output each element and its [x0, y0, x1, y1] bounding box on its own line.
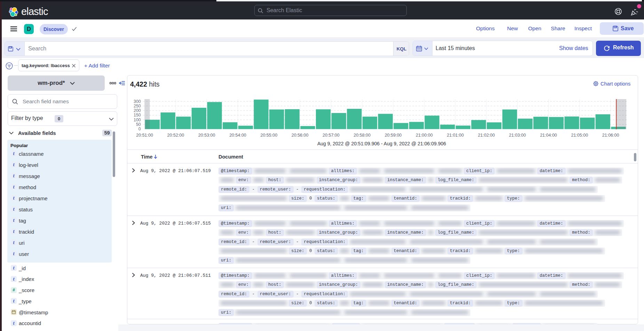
svg-text:21:03:00: 21:03:00 [509, 133, 526, 138]
svg-text:20:56:00: 20:56:00 [292, 133, 309, 138]
svg-text:21:06:00: 21:06:00 [602, 133, 619, 138]
svg-text:200: 200 [134, 108, 141, 113]
svg-text:20:58:00: 20:58:00 [353, 133, 371, 138]
svg-text:300: 300 [134, 99, 141, 104]
svg-text:21:01:00: 21:01:00 [447, 133, 464, 138]
svg-text:20:52:00: 20:52:00 [167, 133, 184, 138]
svg-text:150: 150 [134, 113, 141, 118]
svg-text:20:51:00: 20:51:00 [136, 133, 153, 138]
svg-text:21:04:00: 21:04:00 [540, 133, 557, 138]
svg-text:250: 250 [134, 104, 141, 108]
svg-text:Aug 9, 2022 @ 20:51:09.906 - A: Aug 9, 2022 @ 20:51:09.906 - Aug 9, 2022… [317, 141, 446, 146]
svg-text:20:53:00: 20:53:00 [198, 133, 215, 138]
svg-text:50: 50 [136, 122, 141, 127]
svg-text:0: 0 [138, 127, 141, 131]
svg-text:21:02:00: 21:02:00 [478, 133, 495, 138]
svg-text:20:57:00: 20:57:00 [323, 133, 340, 138]
svg-text:20:55:00: 20:55:00 [260, 133, 277, 138]
svg-text:20:54:00: 20:54:00 [229, 133, 246, 138]
svg-text:100: 100 [134, 118, 141, 122]
svg-text:20:59:00: 20:59:00 [385, 133, 402, 138]
svg-text:21:00:00: 21:00:00 [416, 133, 433, 138]
svg-text:21:05:00: 21:05:00 [571, 133, 588, 138]
